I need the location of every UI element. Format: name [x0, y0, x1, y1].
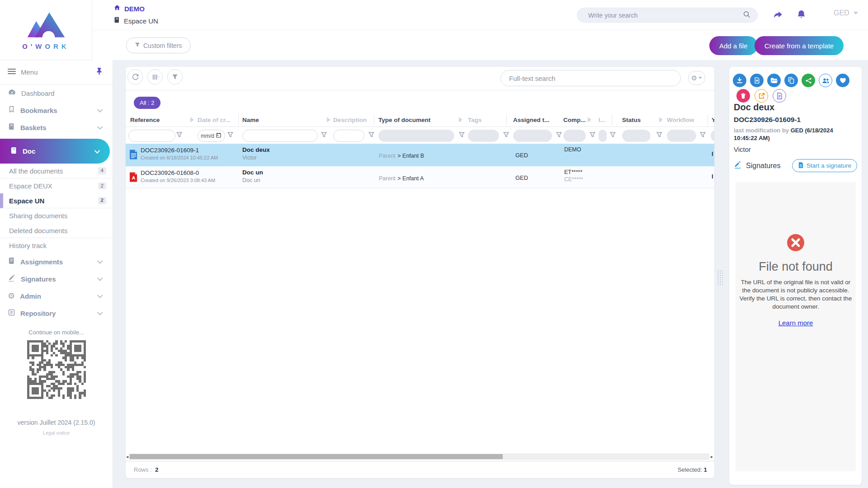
column-header-workflow[interactable]: Workflow	[667, 117, 694, 123]
document-icon[interactable]	[773, 89, 786, 103]
hamburger-icon[interactable]	[8, 68, 16, 76]
filter-input-name[interactable]	[242, 130, 318, 142]
sidebar-item-espace-deux[interactable]: Espace DEUX 2	[0, 178, 113, 193]
sidebar-item-deleted-documents[interactable]: Deleted documents	[0, 223, 113, 238]
column-header-tags[interactable]: Tags	[468, 117, 482, 123]
sort-arrow-icon[interactable]	[459, 117, 462, 122]
funnel-icon[interactable]	[368, 131, 374, 140]
breadcrumb-app[interactable]: DEMO	[113, 4, 145, 13]
open-folder-icon[interactable]	[767, 74, 781, 87]
global-search-input[interactable]	[587, 11, 743, 19]
learn-more-link[interactable]: Learn more	[778, 319, 813, 327]
funnel-icon[interactable]	[590, 131, 595, 140]
filter-select-assigned[interactable]	[513, 130, 552, 142]
table-row[interactable]: DOC230926-01608-0 Created on 9/26/2023 3…	[126, 166, 714, 188]
sidebar-item-bookmarks[interactable]: Bookmarks	[0, 102, 113, 119]
columns-button[interactable]	[147, 69, 163, 84]
funnel-icon[interactable]	[227, 131, 233, 140]
filter-input-description[interactable]	[333, 130, 364, 142]
logo-mountain-icon	[26, 10, 66, 42]
funnel-icon[interactable]	[503, 131, 509, 140]
filter-select-y[interactable]	[711, 130, 714, 142]
upload-version-icon[interactable]	[750, 74, 764, 87]
sort-arrow-icon[interactable]	[659, 117, 663, 122]
users-icon[interactable]	[819, 74, 832, 87]
trash-icon[interactable]	[736, 89, 750, 103]
column-header-reference[interactable]: Reference	[130, 117, 160, 123]
app-logo[interactable]: O'WORK	[0, 0, 92, 60]
sidebar-item-admin[interactable]: ⚙ Admin	[0, 287, 113, 305]
table-settings-button[interactable]: ⚙	[688, 71, 705, 85]
column-header-y[interactable]: Y	[712, 117, 714, 123]
legal-notice-link[interactable]: Legal notice	[0, 430, 113, 436]
scroll-right-arrow[interactable]: ▸	[711, 454, 713, 460]
filter-select-status[interactable]	[622, 130, 651, 142]
sidebar-item-assignments[interactable]: Assignments	[0, 253, 113, 270]
breadcrumb-space[interactable]: Espace UN	[113, 16, 158, 25]
refresh-button[interactable]	[127, 69, 143, 84]
column-header-name[interactable]: Name	[242, 117, 259, 123]
funnel-icon[interactable]	[556, 131, 562, 140]
start-signature-button[interactable]: Start a signature	[792, 159, 857, 172]
filter-select-workflow[interactable]	[667, 130, 696, 142]
filter-select-i[interactable]	[599, 130, 607, 142]
calendar-icon[interactable]	[216, 132, 221, 139]
share-nodes-icon[interactable]	[802, 74, 815, 87]
funnel-icon[interactable]	[610, 131, 616, 140]
pin-icon[interactable]	[96, 67, 103, 77]
scrollbar-thumb[interactable]	[130, 454, 503, 459]
add-file-button[interactable]: Add a file	[709, 36, 758, 55]
horizontal-scrollbar[interactable]	[129, 454, 709, 460]
open-external-icon[interactable]	[755, 89, 768, 103]
filter-select-type[interactable]	[378, 130, 454, 142]
panel-resize-handle[interactable]	[717, 270, 723, 285]
sidebar-item-doc[interactable]: Doc	[0, 139, 110, 164]
download-icon[interactable]	[733, 74, 746, 87]
menu-toggle[interactable]: Menu	[0, 60, 113, 84]
sidebar-item-espace-un[interactable]: Espace UN 2	[0, 193, 113, 208]
column-header-description[interactable]: Description	[333, 117, 367, 123]
create-from-template-button[interactable]: Create from a template	[755, 36, 844, 55]
search-icon[interactable]	[743, 10, 751, 20]
copy-icon[interactable]	[784, 74, 798, 87]
column-header-status[interactable]: Status	[622, 117, 641, 123]
funnel-icon[interactable]	[656, 131, 662, 140]
funnel-icon[interactable]	[321, 131, 327, 140]
sidebar-item-signatures[interactable]: Signatures	[0, 270, 113, 287]
column-divider	[238, 114, 239, 125]
filter-select-company[interactable]	[563, 130, 586, 142]
sort-arrow-icon[interactable]	[327, 117, 330, 122]
fulltext-search-input[interactable]	[508, 74, 673, 83]
sidebar-item-repository[interactable]: Repository	[0, 305, 113, 322]
filter-input-date[interactable]: mm/d	[198, 130, 225, 142]
column-header-i[interactable]: I...	[599, 117, 605, 123]
sort-arrow-icon[interactable]	[190, 117, 194, 122]
column-header-company[interactable]: Comp...	[563, 117, 586, 123]
column-header-type[interactable]: Type of document	[378, 117, 430, 123]
filter-input-reference[interactable]	[128, 130, 175, 142]
column-header-date[interactable]: Date of cr...	[198, 117, 231, 123]
scroll-left-arrow[interactable]: ◂	[126, 454, 128, 460]
user-menu[interactable]: GED	[834, 9, 858, 17]
custom-filters-button[interactable]: Custom filters	[126, 38, 191, 53]
filter-select-tags[interactable]	[468, 130, 499, 142]
column-header-assigned[interactable]: Assigned t...	[513, 117, 549, 123]
sidebar-item-sharing-documents[interactable]: Sharing documents	[0, 208, 113, 223]
funnel-icon[interactable]	[459, 131, 465, 140]
funnel-icon[interactable]	[176, 131, 182, 140]
sort-arrow-icon[interactable]	[588, 117, 591, 122]
table-row[interactable]: DOC230926-01609-1 Created on 6/18/2024 1…	[126, 144, 714, 166]
funnel-icon[interactable]	[700, 131, 706, 140]
favorite-heart-icon[interactable]	[836, 74, 849, 87]
bell-icon[interactable]	[796, 9, 807, 22]
global-search	[577, 8, 758, 23]
sidebar-item-all-documents[interactable]: All the documents 4	[0, 164, 113, 178]
signature-pen-icon	[8, 274, 16, 284]
share-icon[interactable]	[773, 9, 783, 22]
tab-all[interactable]: All : 2	[134, 97, 160, 109]
sidebar-item-history-track[interactable]: History track	[0, 238, 113, 253]
fulltext-search	[500, 70, 681, 86]
sidebar-item-baskets[interactable]: Baskets	[0, 119, 113, 136]
filter-button[interactable]	[167, 69, 183, 84]
sidebar-item-dashboard[interactable]: Dashboard	[0, 84, 113, 102]
